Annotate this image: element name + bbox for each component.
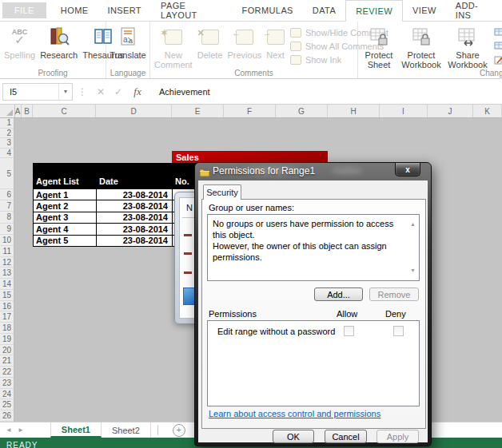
table-row[interactable]: Agent 523-08-2014 — [33, 236, 197, 247]
translate-button[interactable]: a a Translate — [107, 23, 148, 61]
group-label-language: Language — [106, 69, 149, 77]
formula-bar: I5 ▼ ⋮ ✕ ✓ fx Achievement — [0, 79, 502, 105]
research-button[interactable]: Research — [38, 23, 80, 61]
row-header-24[interactable]: 24 — [0, 389, 14, 400]
sheet-tab-sheet2[interactable]: Sheet2 — [102, 422, 151, 438]
column-header-I[interactable]: I — [380, 105, 428, 117]
row-header-23[interactable]: 23 — [0, 378, 14, 389]
table-row[interactable]: Agent 123-08-2014 — [33, 189, 197, 200]
row-header-22[interactable]: 22 — [0, 367, 14, 378]
row-header-2[interactable]: 2 — [0, 129, 14, 139]
sheet-tab-divider — [157, 425, 158, 435]
table-row[interactable]: Agent 223-08-2014 — [33, 200, 197, 212]
share-workbook-button[interactable]: Share Workbook — [444, 23, 491, 71]
ribbon-tab-add-ins[interactable]: ADD-INS — [446, 0, 502, 21]
ribbon-tab-review[interactable]: REVIEW — [345, 0, 403, 22]
row-header-9[interactable]: 9 — [0, 224, 14, 235]
sales-banner-cell[interactable]: Sales — [172, 151, 328, 163]
row-header-15[interactable]: 15 — [0, 290, 14, 301]
row-header-21[interactable]: 21 — [0, 355, 14, 367]
permissions-list[interactable]: Edit range without a password — [207, 320, 420, 406]
column-header-E[interactable]: E — [172, 105, 224, 117]
row-header-12[interactable]: 12 — [0, 257, 14, 268]
column-header-J[interactable]: J — [428, 105, 473, 117]
agent-cell[interactable]: Agent 4 — [34, 224, 97, 234]
ok-button[interactable]: OK — [273, 430, 314, 443]
agent-cell[interactable]: Agent 5 — [34, 236, 97, 246]
new-sheet-button[interactable]: + — [173, 424, 185, 437]
ribbon-tab-insert[interactable]: INSERT — [98, 0, 151, 21]
name-box[interactable]: I5 ▼ — [2, 83, 73, 101]
column-header-F[interactable]: F — [224, 105, 276, 117]
agent-cell[interactable]: Agent 1 — [34, 189, 97, 200]
name-box-dropdown-icon[interactable]: ▼ — [58, 84, 72, 100]
dialog-close-button[interactable]: x — [395, 163, 420, 176]
protect-workbook-button[interactable]: Protect Workbook — [398, 23, 444, 71]
row-header-19[interactable]: 19 — [0, 334, 14, 345]
row-header-18[interactable]: 18 — [0, 323, 14, 334]
row-header-3[interactable]: 3 — [0, 138, 14, 149]
row-header-26[interactable]: 26 — [0, 410, 14, 422]
ribbon-tab-page-layout[interactable]: PAGE LAYOUT — [151, 0, 233, 21]
status-ready-label: READY — [6, 441, 38, 448]
learn-about-permissions-link[interactable]: Learn about access control and permissio… — [209, 409, 380, 418]
cancel-button[interactable]: Cancel — [325, 430, 367, 443]
date-cell[interactable]: 23-08-2014 — [97, 212, 173, 223]
column-header-D[interactable]: D — [96, 105, 172, 117]
ribbon-tab-file[interactable]: FILE — [2, 2, 46, 18]
column-header-A[interactable]: A — [14, 105, 22, 117]
ribbon-tab-view[interactable]: VIEW — [403, 0, 446, 21]
background-dialog-text-fragment: N — [186, 203, 193, 212]
sheet-tab-sheet1[interactable]: Sheet1 — [50, 422, 102, 438]
ribbon-tab-home[interactable]: HOME — [51, 0, 98, 21]
agent-cell[interactable]: Agent 3 — [34, 212, 97, 223]
row-header-20[interactable]: 20 — [0, 345, 14, 356]
row-header-17[interactable]: 17 — [0, 311, 14, 323]
row-header-11[interactable]: 11 — [0, 246, 14, 257]
column-header-B[interactable]: B — [22, 105, 33, 117]
insert-function-icon[interactable]: fx — [127, 85, 148, 98]
group-user-list[interactable]: No groups or users have permission to ac… — [207, 214, 420, 281]
select-all-button[interactable] — [0, 105, 15, 117]
sheet-nav-left-icon[interactable]: ◄ — [0, 422, 18, 438]
row-header-8[interactable]: 8 — [0, 212, 14, 223]
row-header-25[interactable]: 25 — [0, 399, 14, 410]
table-row[interactable]: Agent 423-08-2014 — [33, 224, 197, 235]
column-header-K[interactable]: K — [473, 105, 502, 117]
row-header-14[interactable]: 14 — [0, 279, 14, 290]
row-header-6[interactable]: 6 — [0, 189, 14, 200]
allow-users-edit-ranges-button[interactable]: Al — [494, 42, 502, 51]
row-header-7[interactable]: 7 — [0, 200, 14, 212]
date-cell[interactable]: 23-08-2014 — [97, 236, 173, 246]
protect-sheet-button[interactable]: Protect Sheet — [360, 23, 398, 71]
sheet-nav-right-icon[interactable]: ► — [18, 422, 30, 438]
row-header-13[interactable]: 13 — [0, 268, 14, 279]
excel-window: FILEHOMEINSERTPAGE LAYOUTFORMULASDATAREV… — [0, 0, 502, 448]
empty-list-message-line1: No groups or users have permission to ac… — [213, 218, 401, 240]
row-header-1[interactable]: 1 — [0, 118, 14, 129]
ribbon-tab-data[interactable]: DATA — [303, 0, 345, 21]
ribbon-tab-formulas[interactable]: FORMULAS — [233, 0, 303, 21]
date-cell[interactable]: 23-08-2014 — [97, 200, 173, 211]
agent-table[interactable]: Agent ListDateNo. Agent 123-08-2014Agent… — [33, 163, 197, 247]
formula-bar-separator: ⋮ — [78, 86, 87, 97]
column-header-H[interactable]: H — [328, 105, 380, 117]
column-header-G[interactable]: G — [276, 105, 328, 117]
allow-column-label: Allow — [337, 309, 357, 319]
date-cell[interactable]: 23-08-2014 — [97, 224, 173, 234]
row-header-10[interactable]: 10 — [0, 235, 14, 246]
row-header-16[interactable]: 16 — [0, 301, 14, 312]
date-cell[interactable]: 23-08-2014 — [97, 189, 173, 200]
table-row[interactable]: Agent 323-08-2014 — [33, 212, 197, 224]
track-changes-mini-icon — [494, 55, 502, 65]
formula-input[interactable]: Achievement — [159, 87, 210, 97]
protect-share-workbook-button[interactable]: Pr — [494, 28, 502, 38]
column-header-C[interactable]: C — [33, 105, 96, 117]
row-header-4[interactable]: 4 — [0, 149, 14, 159]
tab-security[interactable]: Security — [203, 184, 241, 200]
add-button[interactable]: Add... — [314, 287, 363, 301]
agent-cell[interactable]: Agent 2 — [34, 200, 97, 211]
track-changes-button[interactable]: Tr — [494, 55, 502, 65]
svg-text:a: a — [123, 35, 128, 44]
row-header-5[interactable]: 5 — [0, 158, 14, 189]
